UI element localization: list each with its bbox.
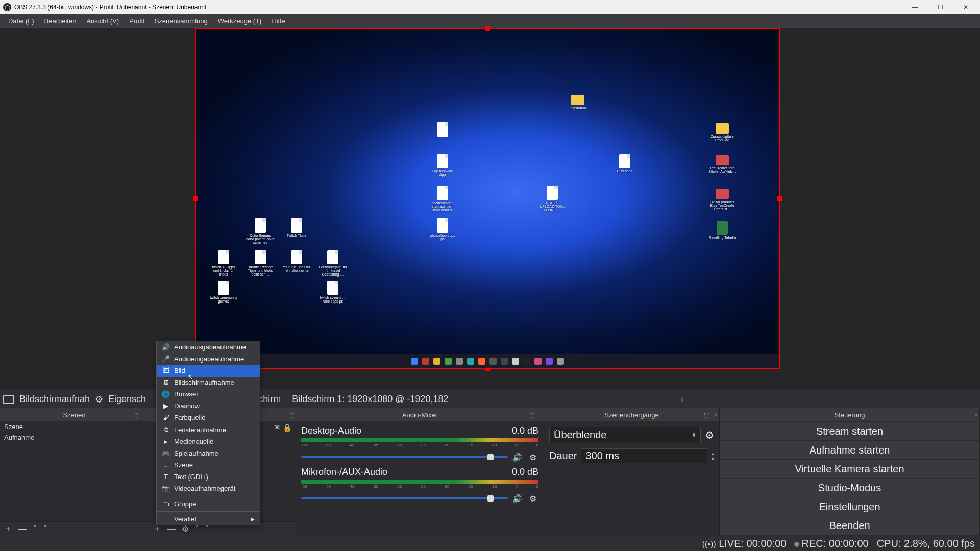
statusbar: ((•)) LIVE: 00:00:00 REC: 00:00:00 CPU: … [0, 536, 980, 551]
add-scene-button[interactable]: ＋ [3, 523, 13, 534]
desktop-icon-label: TeeCreateStore Sticker Aufkleb… [708, 166, 737, 173]
menu-werkzeuget[interactable]: Werkzeuge (T) [213, 16, 267, 27]
audio-mixer-panel: Audio-Mixer ⬚ Desktop-Audio 0.0 dB -60-5… [296, 408, 544, 536]
duration-up-button[interactable]: ▴ [712, 450, 714, 456]
track-settings-button[interactable]: ⚙ [527, 493, 538, 504]
context-item-label: Browser [174, 390, 199, 398]
volume-slider[interactable] [301, 456, 508, 458]
context-menu-item[interactable]: ▶Diashow [157, 400, 260, 412]
controls-close-button[interactable]: × [974, 412, 977, 418]
context-menu-item[interactable]: ▸Medienquelle [157, 436, 260, 447]
context-item-label: Bildschirmaufnahme [174, 379, 234, 386]
doc-icon [547, 186, 558, 200]
doc-icon [255, 250, 266, 264]
taskbar-app-icon [534, 358, 542, 365]
context-menu-item[interactable]: ≡Szene [157, 459, 260, 471]
submenu-arrow-icon: ▶ [251, 516, 255, 522]
transitions-title: Szenenübergänge [604, 411, 658, 419]
desktop-icon: Reselling Tabelle [708, 221, 737, 239]
close-button[interactable]: ✕ [958, 2, 974, 12]
preview-area[interactable]: InspirationUdp Keyword Appnachzeichnen s… [0, 28, 980, 390]
scenes-header: Szenen ⬚ [0, 408, 149, 421]
transition-settings-button[interactable]: ⚙ [705, 429, 714, 441]
context-menu-item[interactable]: 📷Videoaufnahmegerät [157, 483, 260, 494]
scenes-popout-button[interactable]: ⬚ [133, 412, 138, 418]
volume-slider[interactable] [301, 497, 508, 499]
context-menu-item[interactable]: TText (GDI+) [157, 471, 260, 483]
menu-hilfe[interactable]: Hilfe [266, 16, 290, 27]
menu-szenensammlung[interactable]: Szenensammlung [150, 16, 213, 27]
track-settings-button[interactable]: ⚙ [527, 452, 538, 463]
context-menu-item[interactable]: 🖼Bild [157, 365, 260, 377]
context-menu-item[interactable]: 🎮Spielaufnahme [157, 447, 260, 459]
transitions-header: Szenenübergänge ⬚ × [544, 408, 719, 421]
taskbar-app-icon [489, 358, 497, 365]
doc-icon [327, 250, 338, 264]
slider-thumb[interactable] [487, 454, 494, 460]
control-button-stream-starten[interactable]: Stream starten [720, 422, 979, 440]
scene-up-button[interactable]: ˄ [32, 524, 38, 534]
context-menu-item[interactable]: ⧉Fensteraufnahme [157, 423, 260, 436]
lock-icon[interactable]: 🔒 [283, 423, 291, 432]
gear-icon[interactable]: ⚙ [95, 394, 103, 405]
chevron-down-icon: ⇳ [692, 432, 696, 438]
track-level: 0.0 dB [512, 467, 538, 478]
desktop-icon: Twitch Tipps [282, 218, 311, 237]
context-menu-item[interactable]: 🎤Audioeingabeaufnahme [157, 353, 260, 365]
taskbar-app-icon [433, 358, 440, 365]
duration-input[interactable]: 300 ms [581, 448, 707, 463]
mute-button[interactable]: 🔊 [512, 452, 523, 463]
doc-icon [437, 186, 448, 200]
context-menu-item[interactable]: 🖥Bildschirmaufnahme [157, 377, 260, 388]
controls-header: Steuerung × [720, 408, 979, 421]
display-dropdown[interactable]: ⇳ [674, 396, 690, 403]
context-menu-item[interactable]: 🖌Farbquelle [157, 412, 260, 423]
duration-down-button[interactable]: ▾ [712, 456, 714, 462]
track-level: 0.0 dB [512, 425, 538, 436]
preview-canvas[interactable]: InspirationUdp Keyword Appnachzeichnen s… [195, 28, 780, 369]
menu-profil[interactable]: Profil [124, 16, 150, 27]
slider-thumb[interactable] [487, 495, 494, 502]
minimize-button[interactable]: — [906, 2, 923, 12]
menu-bearbeiten[interactable]: Bearbeiten [39, 16, 82, 27]
scene-item[interactable]: Szene [0, 421, 149, 432]
control-button-virtuelle-kamera-starten[interactable]: Virtuelle Kamera starten [720, 460, 979, 478]
maximize-button[interactable]: ☐ [932, 2, 948, 12]
sources-popout-button[interactable]: ⬚ [288, 412, 293, 418]
scene-down-button[interactable]: ˅ [42, 524, 48, 534]
transition-select[interactable]: Überblende ⇳ [549, 427, 701, 443]
desktop-icon: Forschungsgrund für kursel Gestaltung … [318, 250, 347, 276]
transitions-popout-button[interactable]: ⬚ [704, 412, 709, 418]
context-item-label: Gruppe [174, 500, 196, 508]
control-button-aufnahme-starten[interactable]: Aufnahme starten [720, 441, 979, 459]
context-item-label: Farbquelle [174, 414, 205, 421]
control-button-studio-modus[interactable]: Studio-Modus [720, 479, 979, 497]
context-menu-item[interactable]: 🔊Audioausgabeaufnahme [157, 341, 260, 353]
transitions-close-button[interactable]: × [714, 412, 717, 418]
add-source-context-menu[interactable]: 🔊Audioausgabeaufnahme🎤Audioeingabeaufnah… [156, 341, 260, 525]
context-menu-group[interactable]: 🗀Gruppe [157, 498, 260, 510]
mixer-popout-button[interactable]: ⬚ [528, 412, 533, 418]
visibility-icon[interactable]: 👁 [274, 423, 281, 432]
remove-scene-button[interactable]: — [17, 524, 28, 534]
menu-dateif[interactable]: Datei (F) [3, 16, 39, 27]
broadcast-icon: ((•)) [702, 540, 716, 548]
scenes-list[interactable]: SzeneAufnahme [0, 421, 149, 521]
context-menu-item[interactable]: 🌐Browser [157, 388, 260, 400]
window-title: OBS 27.1.3 (64-bit, windows) - Profil: U… [14, 4, 906, 11]
desktop-icon: DaVinci Resolve Tipps und tricks beim sc… [246, 250, 275, 276]
app-icon [716, 155, 729, 165]
mute-button[interactable]: 🔊 [512, 493, 523, 504]
control-button-beenden[interactable]: Beenden [720, 516, 979, 535]
desktop-icon-label: Etsy tipps [610, 169, 639, 173]
remove-source-button[interactable]: — [166, 524, 177, 534]
scene-item[interactable]: Aufnahme [0, 432, 149, 443]
context-item-label: Audioausgabeaufnahme [174, 343, 246, 351]
doc-icon [437, 218, 448, 233]
control-button-einstellungen[interactable]: Einstellungen [720, 497, 979, 516]
context-menu-deprecated[interactable]: Veraltet▶ [157, 513, 260, 525]
menu-ansichtv[interactable]: Ansicht (V) [81, 16, 124, 27]
desktop-icon-label: Zusatz digitale Produkte [708, 135, 737, 142]
taskbar-app-icon [501, 358, 508, 365]
dock-row: Szenen ⬚ SzeneAufnahme ＋ — ˄ ˅ Quellen ⬚… [0, 408, 980, 536]
